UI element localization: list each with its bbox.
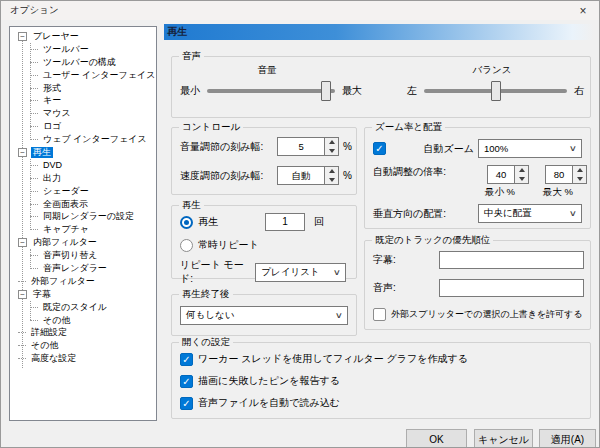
tree-item-default-style[interactable]: 既定のスタイル bbox=[10, 301, 156, 314]
collapse-icon[interactable]: − bbox=[18, 290, 27, 299]
volume-slider-thumb[interactable] bbox=[321, 81, 331, 101]
tree-item-fullscreen[interactable]: 全画面表示 bbox=[10, 198, 156, 211]
worker-thread-checkbox[interactable]: ✓ bbox=[180, 353, 193, 366]
volume-step-value[interactable]: 5 bbox=[277, 137, 325, 156]
override-row: 外部スプリッターでの選択の上書きを許可する bbox=[373, 308, 586, 321]
autoload-audio-checkbox[interactable]: ✓ bbox=[180, 397, 193, 410]
spin-down-icon[interactable] bbox=[515, 175, 528, 184]
title-bar: オプション × bbox=[1, 1, 599, 20]
play-count-input[interactable]: 1 bbox=[265, 213, 305, 231]
volume-label: 音量 bbox=[192, 64, 342, 77]
tree-item-internal-filters[interactable]: − 内部フィルター bbox=[10, 236, 156, 249]
tree-item-dvd[interactable]: DVD bbox=[10, 159, 156, 172]
tree-item-capture[interactable]: キャプチャ bbox=[10, 223, 156, 236]
play-count-unit: 回 bbox=[314, 215, 324, 229]
vertical-align-select[interactable]: 中央に配置 ∨ bbox=[478, 204, 582, 223]
repeat-forever-radio[interactable] bbox=[180, 239, 193, 252]
tree-item-playback[interactable]: − 再生 bbox=[10, 146, 156, 159]
volume-slider-track[interactable] bbox=[207, 89, 335, 93]
balance-right-label: 右 bbox=[574, 84, 584, 98]
ok-button[interactable]: OK bbox=[406, 429, 467, 448]
close-icon[interactable]: × bbox=[576, 4, 590, 18]
cancel-button[interactable]: キャンセル bbox=[474, 429, 533, 448]
repeat-mode-select[interactable]: プレイリスト ∨ bbox=[255, 263, 346, 282]
autoload-audio-label: 音声ファイルを自動で読み込む bbox=[198, 396, 340, 410]
tree-item-advanced[interactable]: 高度な設定 bbox=[10, 352, 156, 365]
tree-item-output[interactable]: 出力 bbox=[10, 172, 156, 185]
volume-slider[interactable] bbox=[207, 81, 335, 101]
override-checkbox[interactable] bbox=[373, 308, 386, 321]
fit-min-value[interactable]: 40 bbox=[487, 165, 515, 184]
tree-item-user-interface[interactable]: ユーザー インターフェイス bbox=[10, 69, 156, 82]
auto-zoom-checkbox[interactable]: ✓ bbox=[373, 142, 386, 155]
tree-item-keys[interactable]: キー bbox=[10, 94, 156, 107]
worker-thread-row: ✓ ワーカー スレッドを使用してフィルター グラフを作成する bbox=[180, 352, 582, 366]
subtitle-track-row: 字幕: bbox=[373, 253, 584, 267]
apply-button[interactable]: 適用(A) bbox=[539, 429, 596, 448]
auto-zoom-select[interactable]: 100% ∨ bbox=[478, 139, 582, 158]
report-pins-checkbox[interactable]: ✓ bbox=[180, 375, 193, 388]
spin-up-icon[interactable] bbox=[515, 166, 528, 175]
tree-item-web-interface[interactable]: ウェブ インターフェイス bbox=[10, 133, 156, 146]
balance-slider-thumb[interactable] bbox=[491, 81, 501, 101]
playback-group-title: 再生 bbox=[179, 199, 204, 211]
spin-down-icon[interactable] bbox=[325, 176, 338, 185]
spin-down-icon[interactable] bbox=[573, 175, 586, 184]
track-priority-group: 既定のトラックの優先順位 字幕: 音声: 外部スプリッターでの選択の上書きを許可… bbox=[364, 240, 591, 330]
audio-track-input[interactable] bbox=[439, 279, 584, 297]
balance-slider-row: 左 右 bbox=[407, 81, 584, 101]
track-priority-title: 既定のトラックの優先順位 bbox=[372, 234, 493, 246]
tree-item-toolbar[interactable]: ツールバー bbox=[10, 43, 156, 56]
speed-step-value[interactable]: 自動 bbox=[277, 166, 325, 185]
tree-group-player-children: ツールバー ツールバーの構成 ユーザー インターフェイス 形式 キー マウス ロ… bbox=[10, 43, 156, 146]
tree-item-subtitles[interactable]: − 字幕 bbox=[10, 288, 156, 301]
override-label: 外部スプリッターでの選択の上書きを許可する bbox=[391, 308, 583, 321]
volume-step-spinner[interactable]: 5 bbox=[277, 137, 339, 156]
speed-step-label: 速度調節の刻み幅: bbox=[180, 169, 277, 183]
window-title: オプション bbox=[10, 4, 576, 17]
play-radio-label: 再生 bbox=[198, 215, 218, 229]
fit-max-value[interactable]: 80 bbox=[545, 165, 573, 184]
spin-up-icon[interactable] bbox=[325, 167, 338, 176]
tree-item-player[interactable]: − プレーヤー bbox=[10, 30, 156, 43]
tree-item-audio-switcher[interactable]: 音声切り替え bbox=[10, 249, 156, 262]
tree-item-subtitles-misc[interactable]: その他 bbox=[10, 314, 156, 327]
repeat-mode-row: リピート モード: プレイリスト ∨ bbox=[180, 258, 346, 286]
tree-item-toolbar-config[interactable]: ツールバーの構成 bbox=[10, 56, 156, 69]
speed-step-spinner[interactable]: 自動 bbox=[277, 166, 339, 185]
subtitle-track-input[interactable] bbox=[439, 251, 584, 269]
speed-step-unit: % bbox=[343, 170, 352, 181]
after-playback-select[interactable]: 何もしない ∨ bbox=[180, 306, 348, 325]
spin-up-icon[interactable] bbox=[325, 138, 338, 147]
audio-track-label: 音声: bbox=[373, 281, 396, 295]
auto-zoom-row: ✓ 自動ズーム 100% ∨ bbox=[373, 139, 582, 158]
tree-item-sync-renderer[interactable]: 同期レンダラーの設定 bbox=[10, 210, 156, 223]
tree-item-tweaks[interactable]: 詳細設定 bbox=[10, 326, 156, 339]
autoload-audio-row: ✓ 音声ファイルを自動で読み込む bbox=[180, 396, 582, 410]
spin-up-icon[interactable] bbox=[573, 166, 586, 175]
auto-fit-row: 自動調整の倍率: 40 80 bbox=[373, 165, 582, 179]
volume-max-label: 最大 bbox=[342, 84, 362, 98]
chevron-down-icon: ∨ bbox=[569, 209, 577, 218]
collapse-icon[interactable]: − bbox=[18, 148, 27, 157]
vertical-align-row: 垂直方向の配置: 中央に配置 ∨ bbox=[373, 204, 582, 223]
open-settings-title: 開くの設定 bbox=[179, 336, 233, 348]
fit-min-spinner[interactable]: 40 bbox=[487, 165, 529, 184]
tree-item-logo[interactable]: ロゴ bbox=[10, 120, 156, 133]
tree-item-formats[interactable]: 形式 bbox=[10, 82, 156, 95]
collapse-icon[interactable]: − bbox=[18, 32, 27, 41]
tree-item-external-filters[interactable]: 外部フィルター bbox=[10, 275, 156, 288]
tree-item-shaders[interactable]: シェーダー bbox=[10, 185, 156, 198]
tree-item-misc[interactable]: その他 bbox=[10, 339, 156, 352]
page-title: 再生 bbox=[164, 24, 594, 40]
fit-min-label: 最小 % bbox=[475, 186, 525, 199]
fit-max-spinner[interactable]: 80 bbox=[545, 165, 587, 184]
collapse-icon[interactable]: − bbox=[18, 238, 27, 247]
tree-item-mouse[interactable]: マウス bbox=[10, 107, 156, 120]
chevron-down-icon: ∨ bbox=[569, 144, 577, 153]
tree-item-audio-renderer[interactable]: 音声レンダラー bbox=[10, 262, 156, 275]
balance-slider[interactable] bbox=[424, 81, 567, 101]
play-radio[interactable] bbox=[180, 216, 193, 229]
control-group-title: コントロール bbox=[179, 121, 243, 133]
spin-down-icon[interactable] bbox=[325, 147, 338, 156]
